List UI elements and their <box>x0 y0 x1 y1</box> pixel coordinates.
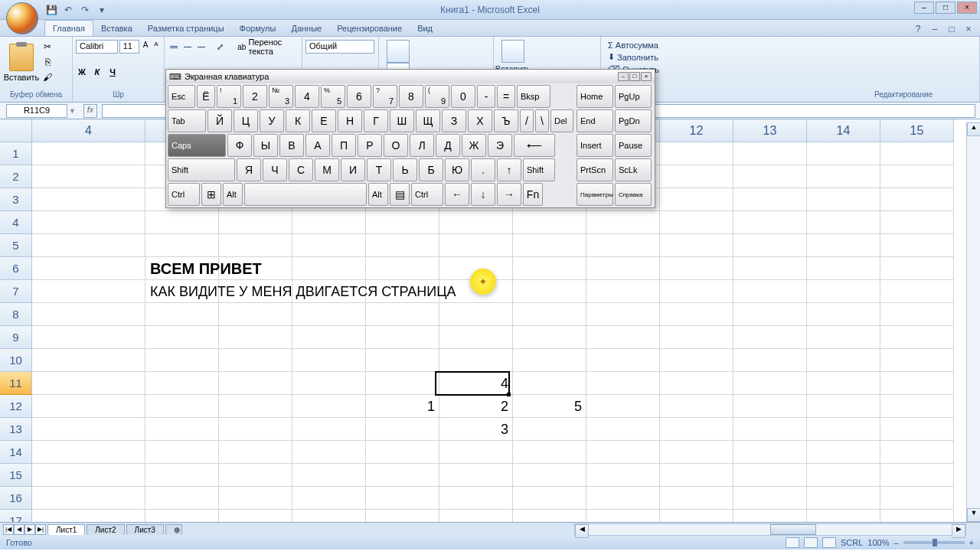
sheet-tab-2[interactable]: Лист2 <box>87 524 124 535</box>
osk-key-ctrl[interactable]: Ctrl <box>168 183 200 206</box>
maximize-button[interactable]: □ <box>936 2 956 14</box>
osk-key-и[interactable]: И <box>341 158 365 181</box>
cell-content[interactable]: 5 <box>513 395 586 418</box>
osk-key-insert[interactable]: Insert <box>577 134 613 157</box>
osk-key-pgdn[interactable]: PgDn <box>615 109 652 132</box>
cell[interactable] <box>513 487 586 510</box>
tab-first-icon[interactable]: |◀ <box>3 524 14 535</box>
cell[interactable] <box>366 326 439 349</box>
font-size-input[interactable]: 11 <box>119 40 140 54</box>
cell[interactable] <box>807 464 880 487</box>
cell[interactable] <box>660 441 733 464</box>
orientation-icon[interactable]: ⤢ <box>214 40 227 54</box>
osk-key-▤[interactable]: ▤ <box>390 183 410 206</box>
cell[interactable] <box>586 326 660 349</box>
align-bottom-icon[interactable] <box>195 40 207 54</box>
cell[interactable] <box>807 326 880 349</box>
cell[interactable] <box>513 303 586 326</box>
cell[interactable] <box>733 349 807 372</box>
scroll-down-icon[interactable]: ▼ <box>967 508 980 522</box>
cell[interactable] <box>439 349 513 372</box>
cell[interactable] <box>513 326 586 349</box>
cell[interactable] <box>32 349 145 372</box>
osk-key-х[interactable]: Х <box>468 109 492 132</box>
cell[interactable] <box>219 326 292 349</box>
cell[interactable] <box>733 418 807 441</box>
osk-key-del[interactable]: Del <box>550 109 573 132</box>
cell[interactable] <box>807 211 880 234</box>
paste-button[interactable]: Вставить <box>3 38 40 87</box>
cell[interactable] <box>733 395 807 418</box>
cell[interactable] <box>733 234 807 257</box>
cell[interactable] <box>145 372 219 395</box>
name-box[interactable]: R11C9 <box>6 104 67 118</box>
undo-icon[interactable]: ↶ <box>61 3 75 17</box>
osk-key-о[interactable]: О <box>384 134 408 157</box>
underline-button[interactable]: Ч <box>106 67 119 80</box>
cell[interactable] <box>807 257 880 280</box>
cell-content[interactable]: ВСЕМ ПРИВЕТ <box>145 257 266 280</box>
cell[interactable] <box>513 349 586 372</box>
osk-key-ф[interactable]: Ф <box>227 134 252 157</box>
cell[interactable] <box>880 487 954 510</box>
cell[interactable] <box>880 464 954 487</box>
tab-next-icon[interactable]: ▶ <box>24 524 35 535</box>
column-header[interactable]: 15 <box>880 119 954 142</box>
cell[interactable] <box>733 165 807 188</box>
cell[interactable] <box>219 510 292 522</box>
cell[interactable] <box>660 280 733 303</box>
row-header[interactable]: 14 <box>0 441 32 464</box>
cell[interactable] <box>733 372 807 395</box>
cell[interactable] <box>32 418 145 441</box>
cell[interactable] <box>145 211 219 234</box>
cell-content[interactable]: 1 <box>366 395 439 418</box>
osk-key-0[interactable]: 0 <box>451 85 475 108</box>
cell[interactable] <box>292 418 366 441</box>
cell[interactable] <box>32 395 145 418</box>
cell[interactable] <box>733 441 807 464</box>
osk-key-ц[interactable]: Ц <box>234 109 258 132</box>
sheet-tab-1[interactable]: Лист1 <box>47 524 85 535</box>
office-button[interactable] <box>6 2 38 34</box>
osk-key-prtscn[interactable]: PrtScn <box>577 158 613 181</box>
align-top-icon[interactable] <box>168 40 180 54</box>
tab-insert[interactable]: Вставка <box>93 21 140 36</box>
tab-prev-icon[interactable]: ◀ <box>14 524 24 535</box>
cell[interactable] <box>366 372 439 395</box>
close-workbook-icon[interactable]: × <box>962 22 975 36</box>
osk-key-б[interactable]: Б <box>419 158 443 181</box>
cell[interactable] <box>733 280 807 303</box>
cell[interactable] <box>880 510 954 522</box>
cell[interactable] <box>807 418 880 441</box>
tab-view[interactable]: Вид <box>410 21 440 36</box>
cell-content[interactable]: КАК ВИДИТЕ У МЕНЯ ДВИГАЕТСЯ СТРАНИЦА <box>145 280 461 303</box>
osk-key-ь[interactable]: Ь <box>393 158 417 181</box>
cell[interactable] <box>32 211 145 234</box>
cell[interactable] <box>219 441 292 464</box>
row-header[interactable]: 2 <box>0 165 32 188</box>
osk-key-с[interactable]: С <box>289 158 313 181</box>
row-header[interactable]: 11 <box>0 372 32 395</box>
cell[interactable] <box>807 487 880 510</box>
row-header[interactable]: 3 <box>0 188 32 211</box>
cell[interactable] <box>513 257 586 280</box>
cell[interactable] <box>733 188 807 211</box>
align-middle-icon[interactable] <box>181 40 194 54</box>
cell[interactable] <box>733 142 807 165</box>
cell[interactable] <box>660 510 733 522</box>
page-break-view-icon[interactable] <box>822 537 836 548</box>
cell[interactable] <box>586 464 660 487</box>
scroll-up-icon[interactable]: ▲ <box>967 122 980 136</box>
osk-key-⊞[interactable]: ⊞ <box>201 183 221 206</box>
cell[interactable] <box>513 211 586 234</box>
osk-key-=[interactable]: = <box>497 85 515 108</box>
help-icon[interactable]: ? <box>911 22 925 36</box>
osk-key-р[interactable]: Р <box>358 134 382 157</box>
cell[interactable] <box>660 188 733 211</box>
osk-key-г[interactable]: Г <box>364 109 388 132</box>
cell[interactable] <box>439 211 513 234</box>
wrap-text-button[interactable]: abПеренос текста <box>236 40 299 54</box>
cell[interactable] <box>880 326 954 349</box>
cell[interactable] <box>219 464 292 487</box>
cell[interactable] <box>292 372 366 395</box>
